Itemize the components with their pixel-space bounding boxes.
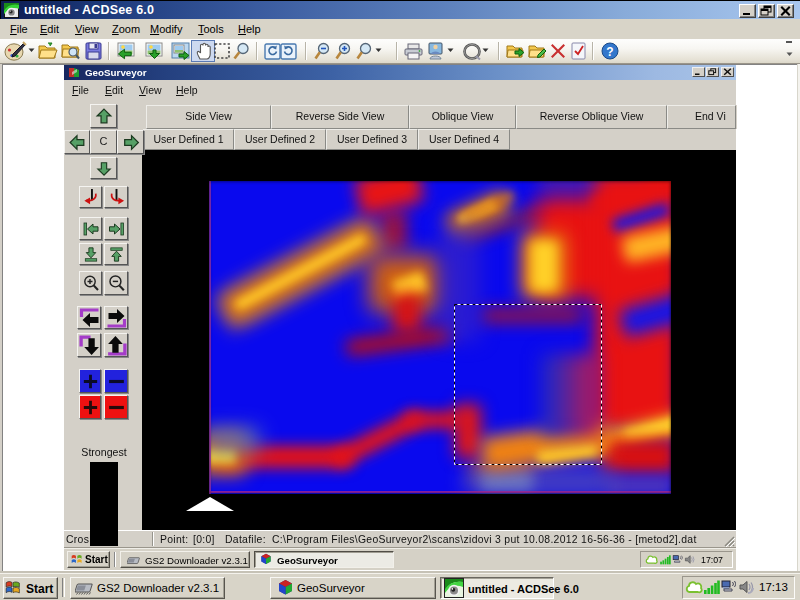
svg-text:?: ? [606,45,613,59]
